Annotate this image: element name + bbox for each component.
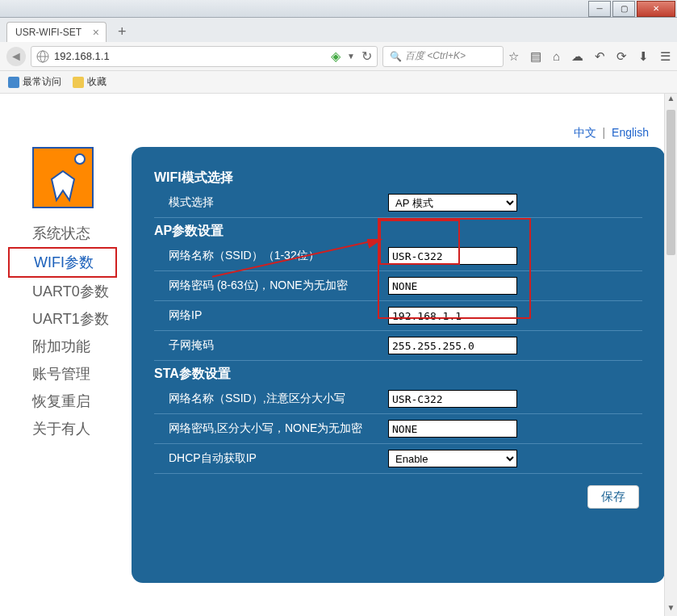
window-close-button[interactable]: ✕	[637, 1, 675, 17]
new-tab-button[interactable]: +	[111, 22, 133, 42]
input-ap-password[interactable]	[388, 277, 517, 295]
row-ap-ip: 网络IP	[154, 301, 642, 331]
nav-item-status[interactable]: 系统状态	[8, 220, 117, 247]
menu-icon[interactable]: ☰	[660, 49, 671, 64]
bookmark-favorites[interactable]: 收藏	[73, 75, 107, 89]
input-ap-ip[interactable]	[388, 307, 517, 325]
page-content: 中文 | English 系统状态 WIFI参数 UART0参数 UART1参数…	[0, 94, 677, 616]
tab-close-icon[interactable]: ×	[93, 26, 99, 39]
tab-bar: USR-WIFI-SET × +	[0, 18, 677, 42]
row-sta-ssid: 网络名称（SSID）,注意区分大小写	[154, 384, 642, 414]
section-title-sta: STA参数设置	[154, 366, 642, 383]
section-title-mode: WIFI模式选择	[154, 170, 642, 186]
search-icon: 🔍	[390, 51, 402, 62]
row-mode: 模式选择 AP 模式	[154, 188, 642, 218]
input-sta-password[interactable]	[388, 420, 517, 438]
download-icon[interactable]: ⬇	[638, 49, 649, 64]
bookmark-frequent[interactable]: 最常访问	[8, 75, 61, 89]
bookmark-bar: 最常访问 收藏	[0, 71, 677, 94]
section-title-ap: AP参数设置	[154, 223, 642, 240]
nav-item-account[interactable]: 账号管理	[8, 360, 117, 388]
reload-icon[interactable]: ↻	[361, 48, 372, 64]
nav-item-uart1[interactable]: UART1参数	[8, 305, 117, 333]
window-minimize-button[interactable]: ─	[588, 1, 611, 17]
cloud-icon[interactable]: ☁	[571, 49, 583, 64]
home-icon[interactable]: ⌂	[553, 49, 560, 63]
url-input[interactable]	[54, 50, 331, 62]
sidebar: 系统状态 WIFI参数 UART0参数 UART1参数 附加功能 账号管理 恢复…	[8, 147, 117, 583]
search-box[interactable]: 🔍 百度 <Ctrl+K>	[382, 46, 504, 67]
lang-separator: |	[603, 126, 606, 139]
label-mode: 模式选择	[154, 195, 388, 210]
history-icon[interactable]: ↶	[595, 49, 605, 64]
nav-item-about[interactable]: 关于有人	[8, 415, 117, 442]
globe-icon	[36, 50, 49, 63]
label-sta-password: 网络密码,区分大小写，NONE为无加密	[154, 421, 388, 436]
lang-en-link[interactable]: English	[612, 126, 649, 139]
shield-icon[interactable]: ◈	[331, 48, 341, 64]
select-mode[interactable]: AP 模式	[388, 194, 517, 212]
label-ap-mask: 子网掩码	[154, 338, 388, 353]
config-panel: WIFI模式选择 模式选择 AP 模式 AP参数设置 网络名称（SSID）（1-…	[132, 147, 665, 583]
nav-item-restore[interactable]: 恢复重启	[8, 388, 117, 415]
browser-tab[interactable]: USR-WIFI-SET ×	[6, 22, 107, 42]
scrollbar-thumb[interactable]	[667, 110, 675, 255]
reader-icon[interactable]: ▤	[530, 49, 541, 64]
scroll-down-icon[interactable]: ▼	[665, 603, 677, 616]
input-sta-ssid[interactable]	[388, 390, 517, 408]
label-ap-ssid: 网络名称（SSID）（1-32位）	[154, 249, 388, 263]
nav-list: 系统状态 WIFI参数 UART0参数 UART1参数 附加功能 账号管理 恢复…	[8, 220, 117, 442]
input-ap-mask[interactable]	[388, 337, 517, 354]
tab-title: USR-WIFI-SET	[15, 27, 81, 38]
lang-cn-link[interactable]: 中文	[574, 126, 596, 139]
bookmark-icon	[8, 77, 19, 88]
search-placeholder: 百度 <Ctrl+K>	[405, 49, 466, 63]
nav-back-button[interactable]: ◄	[6, 47, 26, 66]
row-ap-ssid: 网络名称（SSID）（1-32位）	[154, 241, 642, 271]
input-ap-ssid[interactable]	[388, 247, 517, 265]
nav-item-extra[interactable]: 附加功能	[8, 333, 117, 360]
nav-item-uart0[interactable]: UART0参数	[8, 278, 117, 305]
label-sta-dhcp: DHCP自动获取IP	[154, 451, 388, 466]
bookmark-star-icon[interactable]: ☆	[508, 49, 519, 64]
window-titlebar: ─ ▢ ✕	[0, 0, 677, 18]
label-ap-password: 网络密码 (8-63位)，NONE为无加密	[154, 279, 388, 293]
folder-icon	[73, 77, 84, 88]
select-sta-dhcp[interactable]: Enable	[388, 450, 517, 467]
url-bar: ◄ ◈ ▼ ↻ 🔍 百度 <Ctrl+K> ☆ ▤ ⌂ ☁ ↶ ⟳ ⬇ ☰	[0, 42, 677, 71]
row-sta-password: 网络密码,区分大小写，NONE为无加密	[154, 414, 642, 444]
nav-item-wifi[interactable]: WIFI参数	[8, 247, 117, 278]
label-sta-ssid: 网络名称（SSID）,注意区分大小写	[154, 392, 388, 406]
window-maximize-button[interactable]: ▢	[612, 1, 635, 17]
url-input-wrapper[interactable]: ◈ ▼ ↻	[31, 46, 378, 67]
row-sta-dhcp: DHCP自动获取IP Enable	[154, 444, 642, 474]
row-ap-mask: 子网掩码	[154, 331, 642, 361]
scrollbar[interactable]: ▲ ▼	[664, 94, 677, 616]
row-ap-password: 网络密码 (8-63位)，NONE为无加密	[154, 271, 642, 301]
language-switch: 中文 | English	[8, 102, 665, 147]
label-ap-ip: 网络IP	[154, 308, 388, 323]
brand-logo	[32, 147, 94, 208]
sync-icon[interactable]: ⟳	[616, 49, 627, 64]
scroll-up-icon[interactable]: ▲	[665, 94, 677, 107]
save-button[interactable]: 保存	[587, 485, 639, 509]
url-dropdown-icon[interactable]: ▼	[347, 52, 355, 61]
